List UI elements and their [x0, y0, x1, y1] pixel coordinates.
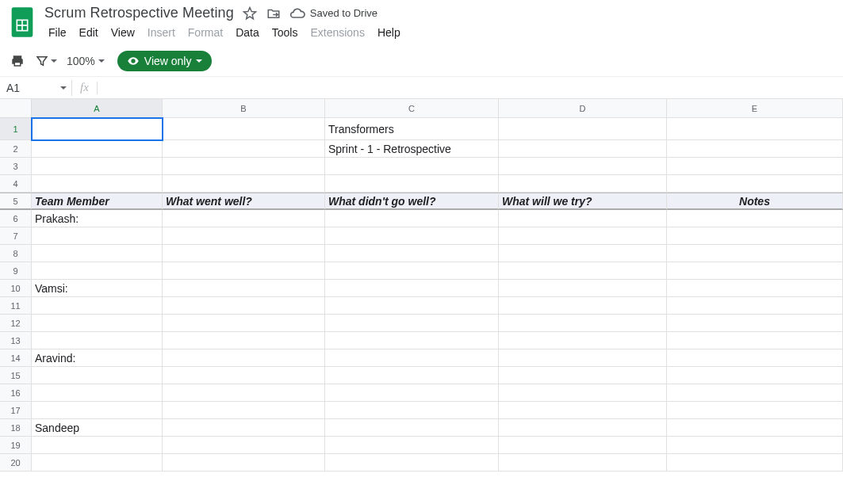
- cell-B8[interactable]: [163, 245, 325, 262]
- cell-A15[interactable]: [32, 367, 163, 384]
- cell-D5[interactable]: What will we try?: [499, 193, 667, 210]
- cell-A4[interactable]: [32, 175, 163, 193]
- cell-B9[interactable]: [163, 262, 325, 280]
- cell-E2[interactable]: [667, 140, 843, 158]
- cell-E11[interactable]: [667, 297, 843, 315]
- cell-C20[interactable]: [325, 454, 499, 472]
- cell-A3[interactable]: [32, 158, 163, 175]
- cell-A8[interactable]: [32, 245, 163, 262]
- row-header[interactable]: 14: [0, 349, 32, 367]
- cell-B5[interactable]: What went well?: [163, 193, 325, 210]
- row-header[interactable]: 9: [0, 262, 32, 280]
- cell-C9[interactable]: [325, 262, 499, 280]
- cell-C7[interactable]: [325, 227, 499, 245]
- cell-E12[interactable]: [667, 315, 843, 332]
- cell-A20[interactable]: [32, 454, 163, 472]
- cell-D6[interactable]: [499, 210, 667, 227]
- cell-A12[interactable]: [32, 315, 163, 332]
- col-header-B[interactable]: B: [163, 99, 325, 118]
- cell-B4[interactable]: [163, 175, 325, 193]
- cell-A2[interactable]: [32, 140, 163, 158]
- row-header[interactable]: 6: [0, 210, 32, 227]
- row-header[interactable]: 11: [0, 297, 32, 315]
- zoom-dropdown[interactable]: 100%: [63, 55, 108, 67]
- row-header[interactable]: 4: [0, 175, 32, 193]
- cell-D9[interactable]: [499, 262, 667, 280]
- cell-A10[interactable]: Vamsi:: [32, 280, 163, 297]
- row-header[interactable]: 5: [0, 193, 32, 210]
- cell-A7[interactable]: [32, 227, 163, 245]
- row-header[interactable]: 20: [0, 454, 32, 472]
- select-all-corner[interactable]: [0, 99, 32, 118]
- menu-edit[interactable]: Edit: [74, 25, 104, 40]
- cell-D10[interactable]: [499, 280, 667, 297]
- cell-D3[interactable]: [499, 158, 667, 175]
- menu-file[interactable]: File: [43, 25, 72, 40]
- cell-E10[interactable]: [667, 280, 843, 297]
- col-header-C[interactable]: C: [325, 99, 499, 118]
- filter-icon[interactable]: [32, 50, 60, 72]
- cell-D11[interactable]: [499, 297, 667, 315]
- cell-D4[interactable]: [499, 175, 667, 193]
- cell-B2[interactable]: [163, 140, 325, 158]
- cell-A17[interactable]: [32, 402, 163, 419]
- cell-D14[interactable]: [499, 349, 667, 367]
- print-icon[interactable]: [6, 50, 29, 72]
- col-header-E[interactable]: E: [667, 99, 843, 118]
- cell-B11[interactable]: [163, 297, 325, 315]
- cell-C2[interactable]: Sprint - 1 - Retrospective: [325, 140, 499, 158]
- row-header[interactable]: 19: [0, 437, 32, 454]
- row-header[interactable]: 13: [0, 332, 32, 349]
- cell-B6[interactable]: [163, 210, 325, 227]
- row-header[interactable]: 17: [0, 402, 32, 419]
- cell-E9[interactable]: [667, 262, 843, 280]
- menu-help[interactable]: Help: [372, 25, 406, 40]
- cell-C15[interactable]: [325, 367, 499, 384]
- cell-C11[interactable]: [325, 297, 499, 315]
- cell-C18[interactable]: [325, 419, 499, 437]
- cell-A16[interactable]: [32, 384, 163, 402]
- cell-D8[interactable]: [499, 245, 667, 262]
- sheets-logo[interactable]: [6, 6, 38, 38]
- cell-D1[interactable]: [499, 118, 667, 140]
- name-box[interactable]: A1: [0, 82, 71, 94]
- cell-A1[interactable]: [32, 118, 163, 140]
- cell-E19[interactable]: [667, 437, 843, 454]
- cell-D16[interactable]: [499, 384, 667, 402]
- cell-B12[interactable]: [163, 315, 325, 332]
- cell-E16[interactable]: [667, 384, 843, 402]
- cell-E5[interactable]: Notes: [667, 193, 843, 210]
- cell-C6[interactable]: [325, 210, 499, 227]
- cell-E8[interactable]: [667, 245, 843, 262]
- row-header[interactable]: 7: [0, 227, 32, 245]
- cell-E7[interactable]: [667, 227, 843, 245]
- cell-D19[interactable]: [499, 437, 667, 454]
- cell-C19[interactable]: [325, 437, 499, 454]
- cell-A19[interactable]: [32, 437, 163, 454]
- cell-C14[interactable]: [325, 349, 499, 367]
- cell-E4[interactable]: [667, 175, 843, 193]
- doc-title[interactable]: Scrum Retrospective Meeting: [44, 5, 234, 21]
- col-header-D[interactable]: D: [499, 99, 667, 118]
- cell-D7[interactable]: [499, 227, 667, 245]
- row-header[interactable]: 3: [0, 158, 32, 175]
- row-header[interactable]: 16: [0, 384, 32, 402]
- row-header[interactable]: 1: [0, 118, 32, 140]
- cell-B1[interactable]: [163, 118, 325, 140]
- cell-E20[interactable]: [667, 454, 843, 472]
- menu-data[interactable]: Data: [230, 25, 265, 40]
- cell-C3[interactable]: [325, 158, 499, 175]
- cell-D2[interactable]: [499, 140, 667, 158]
- cell-D13[interactable]: [499, 332, 667, 349]
- cell-E6[interactable]: [667, 210, 843, 227]
- cell-A18[interactable]: Sandeep: [32, 419, 163, 437]
- cell-A11[interactable]: [32, 297, 163, 315]
- cell-E14[interactable]: [667, 349, 843, 367]
- row-header[interactable]: 18: [0, 419, 32, 437]
- star-icon[interactable]: [242, 6, 258, 21]
- spreadsheet-grid[interactable]: A B C D E 1 Transformers 2 Sprint - 1 - …: [0, 99, 843, 472]
- cell-B13[interactable]: [163, 332, 325, 349]
- cell-C17[interactable]: [325, 402, 499, 419]
- col-header-A[interactable]: A: [32, 99, 163, 118]
- cell-C8[interactable]: [325, 245, 499, 262]
